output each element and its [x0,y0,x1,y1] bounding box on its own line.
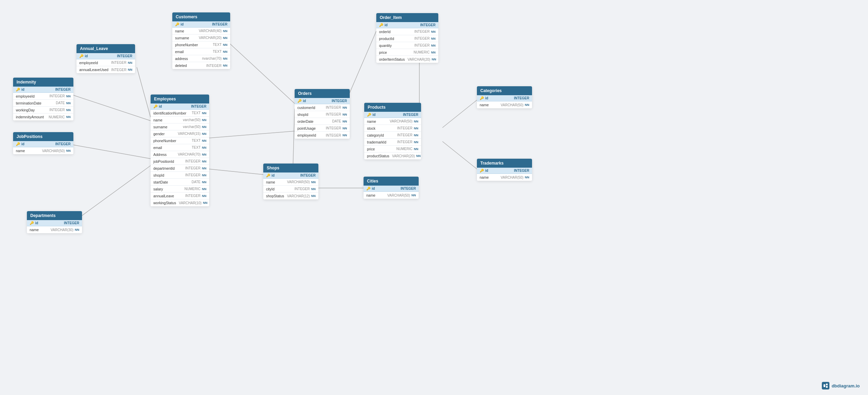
table-cities-id-row: 🔑id INTEGER [364,186,419,192]
table-row: name varchar(50)NN [151,117,209,124]
table-order-item-id-row: 🔑id INTEGER [376,22,438,28]
diagram-canvas: Customers 🔑id INTEGER name VARCHAR(40)NN… [0,0,868,395]
table-row: name VARCHAR(50)NN [364,192,419,199]
table-row: phoneNumber TEXTNN [172,41,230,48]
table-annual-leave: Annual_Leave 🔑id INTEGER employeeId INTE… [76,44,135,73]
table-trademarks-id-row: 🔑id INTEGER [477,168,532,174]
table-customers: Customers 🔑id INTEGER name VARCHAR(40)NN… [172,12,230,69]
svg-rect-14 [826,384,828,385]
table-row: quantity INTEGERNN [376,42,438,49]
table-departments-header: Departments [27,211,82,220]
table-products-id-row: 🔑id INTEGER [364,112,421,118]
table-row: name VARCHAR(50)NN [13,147,73,154]
table-row: name VARCHAR(50)NN [477,101,532,108]
table-row: trademarkId INTEGERNN [364,139,421,146]
table-row: name VARCHAR(30)NN [27,226,82,233]
table-row: surname varchar(50)NN [151,124,209,130]
table-cities-header: Cities [364,177,419,186]
table-row: productStatus VARCHAR(20)NN [364,152,421,159]
table-customers-id-row: 🔑id INTEGER [172,21,230,28]
table-shops-header: Shops [263,164,318,172]
table-row: price NUMERICNN [364,146,421,152]
brand-icon [822,382,829,389]
table-row: employeeId INTEGERNN [76,59,135,66]
table-row: name VARCHAR(50)NN [364,118,421,125]
table-cities: Cities 🔑id INTEGER name VARCHAR(50)NN [364,177,419,199]
table-row: jobPositionId INTEGERNN [151,158,209,165]
brand-label: dbdiagram.io [831,383,860,388]
table-row: orderId INTEGERNN [376,28,438,35]
table-departments: Departments 🔑id INTEGER name VARCHAR(30)… [27,211,82,233]
table-row: stock INTEGERNN [364,125,421,132]
table-trademarks: Trademarks 🔑id INTEGER name VARCHAR(50)N… [477,159,532,181]
table-jobpositions-id-row: 🔑id INTEGER [13,141,73,147]
table-row: name VARCHAR(40)NN [172,28,230,34]
table-trademarks-header: Trademarks [477,159,532,168]
svg-rect-15 [826,386,828,388]
table-row: deleted INTEGERNN [172,62,230,69]
table-row: terminationDate DATENN [13,100,73,107]
table-indemnity-header: Indemnity [13,78,73,87]
svg-line-6 [348,31,376,97]
svg-line-10 [442,100,477,128]
table-indemnity-id-row: 🔑id INTEGER [13,87,73,93]
table-jobpositions-header: JobPositions [13,132,73,141]
svg-line-4 [209,131,295,138]
table-employees: Employees 🔑id INTEGER identificationNumb… [151,95,209,206]
table-order-item-header: Order_Item [376,13,438,22]
table-row: name VARCHAR(50)NN [263,179,318,186]
svg-line-3 [73,166,151,222]
table-row: customerId INTEGERNN [295,104,350,111]
table-row: annualLeave INTEGERNN [151,192,209,199]
table-row: startDate DATENN [151,179,209,186]
table-categories-header: Categories [477,86,532,95]
svg-rect-13 [824,384,825,387]
table-row: address nvarchar(70)NN [172,55,230,62]
table-categories: Categories 🔑id INTEGER name VARCHAR(50)N… [477,86,532,108]
table-orders: Orders 🔑id INTEGER customerId INTEGERNN … [295,89,350,139]
table-row: salary NUMERICNN [151,186,209,192]
table-departments-id-row: 🔑id INTEGER [27,220,82,226]
table-indemnity: Indemnity 🔑id INTEGER employeeId INTEGER… [13,78,73,120]
table-row: pointUsage INTEGERNN [295,125,350,132]
table-customers-header: Customers [172,12,230,21]
table-employees-id-row: 🔑id INTEGER [151,103,209,110]
table-row: email TEXTNN [172,48,230,55]
table-orders-id-row: 🔑id INTEGER [295,98,350,104]
table-row: productId INTEGERNN [376,35,438,42]
table-row: orderDate DATENN [295,118,350,125]
table-annual-leave-id-row: 🔑id INTEGER [76,53,135,59]
table-row: departmentId INTEGERNN [151,165,209,172]
svg-line-11 [442,141,477,169]
table-products-header: Products [364,103,421,112]
table-shops-id-row: 🔑id INTEGER [263,172,318,179]
table-row: shopStatus VARCHAR(12)NN [263,192,318,199]
table-row: workingStatus VARCHAR(10)NN [151,199,209,206]
table-row: Address VARCHAR(70)NN [151,151,209,158]
table-orders-header: Orders [295,89,350,98]
table-row: annualLeaveUsed INTEGERNN [76,66,135,73]
table-row: phoneNumber TEXTNN [151,137,209,144]
table-products: Products 🔑id INTEGER name VARCHAR(50)NN … [364,103,421,159]
table-employees-header: Employees [151,95,209,103]
svg-line-7 [209,169,263,175]
table-annual-leave-header: Annual_Leave [76,44,135,53]
table-row: cityId INTEGERNN [263,186,318,192]
table-shops: Shops 🔑id INTEGER name VARCHAR(50)NN cit… [263,164,318,199]
svg-line-0 [137,67,151,117]
svg-line-2 [73,145,151,159]
table-row: orderItemStatus VARCHAR(20)NN [376,56,438,63]
brand-watermark: dbdiagram.io [822,382,860,389]
table-row: identificationNumber TEXTNN [151,110,209,117]
table-categories-id-row: 🔑id INTEGER [477,95,532,101]
table-row: name VARCHAR(50)NN [477,174,532,181]
table-row: shopId INTEGERNN [295,111,350,118]
table-order-item: Order_Item 🔑id INTEGER orderId INTEGERNN… [376,13,438,63]
table-row: employeeId INTEGERNN [295,132,350,139]
svg-line-5 [227,41,295,103]
table-row: surname VARCHAR(20)NN [172,34,230,41]
table-jobpositions: JobPositions 🔑id INTEGER name VARCHAR(50… [13,132,73,154]
table-row: price NUMERICNN [376,49,438,56]
table-row: workingDay INTEGERNN [13,107,73,113]
table-row: shopId INTEGERNN [151,172,209,179]
